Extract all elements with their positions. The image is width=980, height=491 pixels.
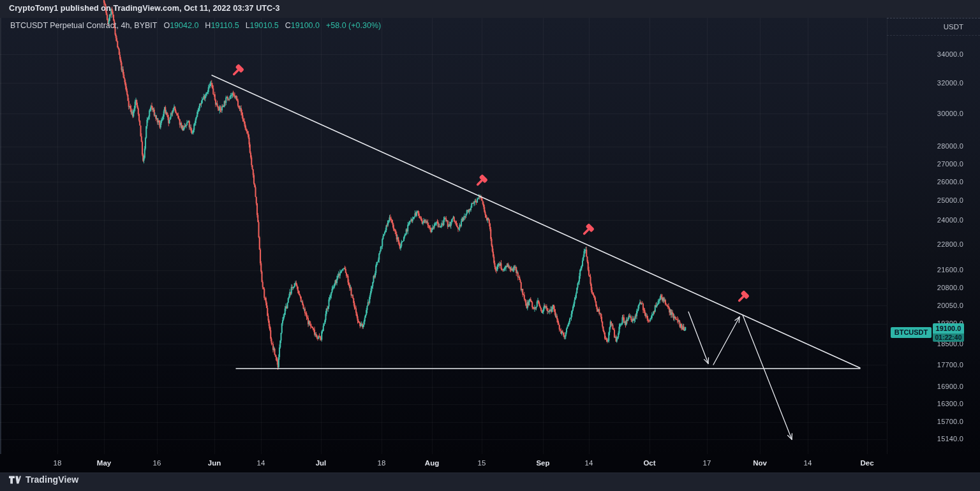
ohlc-open: O19042.0 [163,21,198,30]
price-tick-label: 17700.0 [937,361,963,369]
tradingview-link[interactable]: TradingView [9,474,78,485]
price-axis[interactable]: USDT BTCUSDT 19100.0 01:22:40 34000.0320… [887,18,980,454]
time-tick-day: 14 [804,459,812,467]
price-chart-canvas[interactable] [0,0,980,491]
ohlc-low-label: L [246,21,250,30]
price-tick-label: 16900.0 [937,383,963,391]
hammer-icon[interactable] [579,223,595,239]
ohlc-low: L19010.5 [246,21,279,30]
hammer-icon[interactable] [734,289,750,306]
time-tick-month: Oct [643,459,655,467]
price-tick-label: 34000.0 [937,50,963,59]
ohlc-low-value: 19010.5 [250,21,279,30]
brand-name: TradingView [26,474,78,485]
time-tick-day: 18 [54,459,62,467]
time-axis[interactable]: 18May16Jun14Jul18Aug15Sep14Oct17Nov14Dec [0,454,887,473]
ohlc-close-value: 19100.0 [291,21,320,30]
tradingview-logo-icon [9,475,21,485]
time-tick-month: Nov [753,459,767,467]
time-tick-day: 16 [153,459,161,467]
time-tick-month: May [97,459,111,467]
price-label-badge[interactable]: BTCUSDT 19100.0 01:22:40 [891,323,964,342]
time-tick-month: Aug [425,459,439,467]
ohlc-close-label: C [285,21,291,30]
price-tick-label: 15700.0 [937,418,963,426]
price-axis-unit: USDT [887,18,980,36]
price-tick-label: 32000.0 [937,79,963,87]
hammer-icon[interactable] [228,63,245,80]
ohlc-high: H19110.5 [205,21,239,30]
price-tick-label: 20800.0 [937,284,963,292]
time-tick-month: Jul [316,459,327,467]
time-tick-day: 18 [378,459,386,467]
price-tick-label: 16300.0 [937,400,963,408]
price-tick-label: 27000.0 [937,160,963,168]
hammer-icon[interactable] [472,173,489,190]
countdown-timer: 01:22:40 [933,333,964,342]
chart-legend[interactable]: BTCUSDT Perpetual Contract, 4h, BYBITO19… [10,21,381,30]
time-tick-day: 15 [478,459,486,467]
price-tick-label: 21600.0 [937,266,963,274]
price-tick-label: 24000.0 [937,216,963,224]
price-tick-label: 30000.0 [937,110,963,118]
time-tick-month: Sep [536,459,549,467]
price-tick-label: 25000.0 [937,196,963,205]
time-tick-month: Dec [860,459,873,467]
price-change: +58.0 (+0.30%) [326,21,381,30]
price-tick-label: 15140.0 [937,435,963,443]
last-price: 19100.0 [933,323,964,333]
ohlc-open-value: 19042.0 [170,21,198,30]
ohlc-open-label: O [163,21,170,30]
symbol-tag: BTCUSDT [891,327,932,338]
price-tick-label: 26000.0 [937,178,963,186]
ohlc-close: C19100.0 [285,21,320,30]
price-tick-label: 20050.0 [937,302,963,310]
time-tick-day: 14 [257,459,265,467]
footer: TradingView [9,474,78,485]
last-price-box: 19100.0 01:22:40 [933,323,964,342]
time-tick-day: 17 [703,459,711,467]
time-tick-day: 14 [585,459,593,467]
price-tick-label: 28000.0 [937,142,963,150]
publish-info: CryptoTony1 published on TradingView.com… [9,4,280,13]
ohlc-high-value: 19110.5 [211,21,239,30]
tradingview-published-chart: CryptoTony1 published on TradingView.com… [0,0,980,491]
symbol-title: BTCUSDT Perpetual Contract, 4h, BYBIT [10,21,157,30]
time-tick-month: Jun [208,459,221,467]
price-tick-label: 22800.0 [937,240,963,249]
